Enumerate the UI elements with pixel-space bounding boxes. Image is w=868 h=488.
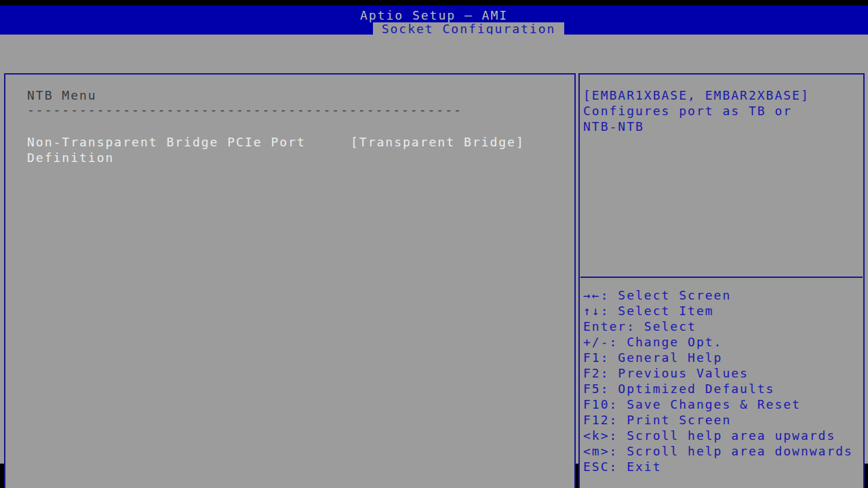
legend-row-f1-general-help: F1: General Help xyxy=(583,350,863,365)
setting-non-transparent-bridge-pcie-port-definition[interactable]: Non-Transparent Bridge PCIe Port Definit… xyxy=(5,133,574,165)
help-line: [EMBAR1XBASE, EMBAR2XBASE] xyxy=(583,87,861,103)
legend-row-f2-previous-values: F2: Previous Values xyxy=(583,365,863,381)
legend-row-m-scroll-down: <m>: Scroll help area downwards xyxy=(583,443,863,459)
legend-row-f5-optimized-defaults: F5: Optimized Defaults xyxy=(583,381,863,396)
legend-row-select-screen: →←: Select Screen xyxy=(583,287,863,303)
legend-row-f12-print-screen: F12: Print Screen xyxy=(583,412,863,428)
help-line: NTB-NTB xyxy=(583,119,861,134)
legend-row-f10-save-changes-reset: F10: Save Changes & Reset xyxy=(583,396,863,412)
settings-panel: NTB Menu -------------------------------… xyxy=(4,73,576,488)
setting-label: Non-Transparent Bridge PCIe Port Definit… xyxy=(27,134,342,165)
legend-row-change-opt: +/-: Change Opt. xyxy=(583,334,863,350)
setting-value: [Transparent Bridge] xyxy=(351,134,525,150)
legend-row-enter-select: Enter: Select xyxy=(583,319,863,334)
menu-separator: ----------------------------------------… xyxy=(27,102,462,117)
key-legend: →←: Select Screen ↑↓: Select Item Enter:… xyxy=(583,287,863,474)
legend-row-esc-exit: ESC: Exit xyxy=(583,459,863,474)
menu-title: NTB Menu xyxy=(27,87,97,103)
tab-socket-configuration[interactable]: Socket Configuration xyxy=(373,22,564,35)
help-divider xyxy=(580,277,863,278)
app-title: Aptio Setup – AMI xyxy=(0,7,868,23)
help-text: [EMBAR1XBASE, EMBAR2XBASE] Configures po… xyxy=(583,87,861,134)
legend-row-k-scroll-up: <k>: Scroll help area upwards xyxy=(583,428,863,443)
main-area: NTB Menu -------------------------------… xyxy=(0,35,868,464)
help-panel: [EMBAR1XBASE, EMBAR2XBASE] Configures po… xyxy=(578,73,865,488)
help-line: Configures port as TB or xyxy=(583,103,861,119)
bios-setup-screen: Aptio Setup – AMI Socket Configuration N… xyxy=(0,0,868,488)
legend-row-select-item: ↑↓: Select Item xyxy=(583,303,863,319)
